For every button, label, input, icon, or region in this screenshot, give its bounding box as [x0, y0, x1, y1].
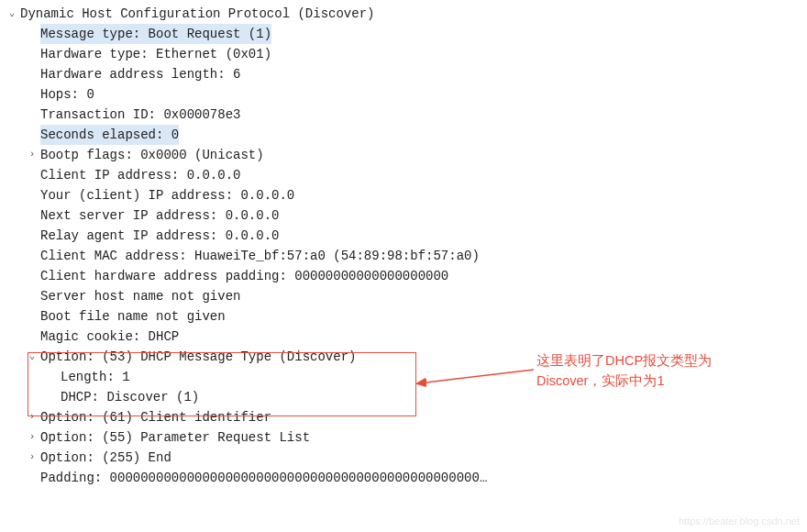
- tree-row[interactable]: ·Server host name not given: [0, 286, 807, 306]
- tree-row-text: Hops: 0: [40, 84, 94, 105]
- tree-row-text: Your (client) IP address: 0.0.0.0: [40, 185, 294, 205]
- chevron-down-icon[interactable]: ⌄: [26, 349, 39, 365]
- chevron-right-icon[interactable]: ›: [26, 147, 39, 163]
- tree-row[interactable]: ·Next server IP address: 0.0.0.0: [0, 205, 807, 226]
- tree-row-text: Message type: Boot Request (1): [40, 24, 271, 44]
- tree-row-text: Client IP address: 0.0.0.0: [40, 165, 240, 185]
- tree-row-text: Seconds elapsed: 0: [40, 125, 179, 145]
- tree-row-text: Length: 1: [61, 367, 130, 387]
- chevron-right-icon[interactable]: ›: [26, 429, 39, 446]
- tree-row[interactable]: ·Relay agent IP address: 0.0.0.0: [0, 226, 807, 246]
- tree-row-text: Option: (61) Client identifier: [40, 407, 271, 427]
- tree-row[interactable]: ·Padding: 000000000000000000000000000000…: [0, 468, 807, 488]
- tree-row-text: Option: (53) DHCP Message Type (Discover…: [40, 347, 356, 367]
- tree-row[interactable]: ›Option: (55) Parameter Request List: [0, 427, 807, 448]
- tree-row-text: Client MAC address: HuaweiTe_bf:57:a0 (5…: [40, 246, 480, 266]
- tree-row-text: DHCP: Discover (1): [61, 387, 199, 407]
- chevron-right-icon[interactable]: ›: [26, 449, 39, 466]
- tree-row[interactable]: ·Hardware address length: 6: [0, 64, 807, 84]
- tree-row-text: Option: (55) Parameter Request List: [40, 427, 310, 448]
- callout-line-1: 这里表明了DHCP报文类型为: [536, 350, 712, 371]
- tree-row-text: Relay agent IP address: 0.0.0.0: [40, 226, 279, 246]
- tree-row[interactable]: ·Transaction ID: 0x000078e3: [0, 105, 807, 125]
- tree-row-text: Transaction ID: 0x000078e3: [40, 105, 240, 125]
- tree-row[interactable]: ·Seconds elapsed: 0: [0, 125, 807, 145]
- tree-row-text: Client hardware address padding: 0000000…: [40, 266, 448, 286]
- chevron-right-icon[interactable]: ›: [26, 409, 39, 426]
- tree-row[interactable]: ·Magic cookie: DHCP: [0, 327, 807, 347]
- tree-row[interactable]: ·Your (client) IP address: 0.0.0.0: [0, 185, 807, 205]
- tree-row[interactable]: ·Boot file name not given: [0, 306, 807, 327]
- tree-row[interactable]: ·Client hardware address padding: 000000…: [0, 266, 807, 286]
- packet-tree[interactable]: ⌄Dynamic Host Configuration Protocol (Di…: [0, 0, 807, 488]
- tree-row[interactable]: ⌄Dynamic Host Configuration Protocol (Di…: [0, 4, 807, 24]
- tree-row-text: Magic cookie: DHCP: [40, 327, 179, 347]
- tree-row-text: Option: (255) End: [40, 448, 171, 468]
- tree-row-text: Hardware type: Ethernet (0x01): [40, 44, 271, 64]
- tree-row[interactable]: ›Option: (61) Client identifier: [0, 407, 807, 427]
- tree-row[interactable]: ·Message type: Boot Request (1): [0, 24, 807, 44]
- tree-row[interactable]: ·Hardware type: Ethernet (0x01): [0, 44, 807, 64]
- tree-row-text: Padding: 0000000000000000000000000000000…: [40, 468, 487, 488]
- tree-row-text: Dynamic Host Configuration Protocol (Dis…: [20, 4, 374, 24]
- tree-row[interactable]: ›Option: (255) End: [0, 448, 807, 468]
- tree-row-text: Boot file name not given: [40, 306, 226, 327]
- tree-row-text: Next server IP address: 0.0.0.0: [40, 205, 279, 226]
- tree-row[interactable]: ·Hops: 0: [0, 84, 807, 105]
- tree-row-text: Hardware address length: 6: [40, 64, 240, 84]
- tree-row[interactable]: ·Client MAC address: HuaweiTe_bf:57:a0 (…: [0, 246, 807, 266]
- watermark: https://beater.blog.csdn.net: [679, 515, 800, 526]
- chevron-down-icon[interactable]: ⌄: [6, 6, 18, 22]
- callout-text: 这里表明了DHCP报文类型为 Discover，实际中为1: [536, 350, 712, 392]
- tree-row[interactable]: ›Bootp flags: 0x0000 (Unicast): [0, 145, 807, 165]
- tree-row[interactable]: ·Client IP address: 0.0.0.0: [0, 165, 807, 185]
- callout-line-2: Discover，实际中为1: [536, 371, 712, 391]
- tree-row-text: Server host name not given: [40, 286, 240, 306]
- tree-row-text: Bootp flags: 0x0000 (Unicast): [40, 145, 264, 165]
